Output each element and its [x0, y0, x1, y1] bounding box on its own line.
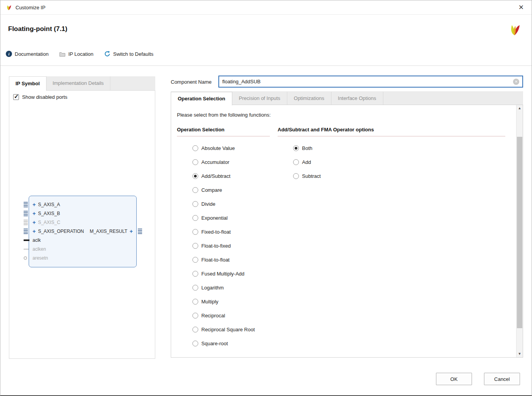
group-title: Operation Selection [177, 127, 270, 136]
expand-plus-icon[interactable] [33, 202, 36, 207]
radio-label: Compare [201, 187, 222, 193]
port-pin-icon [24, 211, 28, 216]
clear-input-icon[interactable] [513, 79, 519, 85]
close-button[interactable]: × [515, 1, 528, 14]
ip-port[interactable]: M_AXIS_RESULT [90, 227, 133, 236]
main-tab[interactable]: Interface Options [331, 92, 383, 105]
operation-selection-group: Operation Selection Absolute Value Accum… [177, 127, 270, 350]
radio-label: Exponential [201, 215, 228, 221]
radio-label: Float-to-fixed [201, 243, 231, 249]
radio-label: Add [302, 159, 311, 165]
show-disabled-ports-label: Show disabled ports [22, 94, 67, 100]
main-tab[interactable]: Operation Selection [171, 92, 232, 105]
ip-symbol-block: S_AXIS_A S_AXIS_B S_AXIS_C [29, 196, 137, 267]
radio-icon [293, 145, 299, 151]
vertical-scrollbar[interactable] [516, 105, 523, 357]
left-tab[interactable]: Implementation Details [46, 76, 110, 90]
expand-plus-icon[interactable] [33, 229, 36, 234]
main-tab[interactable]: Optimizations [287, 92, 331, 105]
radio-label: Fused Multiply-Add [201, 271, 244, 277]
radio-icon [192, 159, 198, 165]
radio-option[interactable]: Subtract [278, 169, 505, 183]
ip-port[interactable]: S_AXIS_B [29, 209, 136, 218]
radio-option[interactable]: Square-root [177, 336, 270, 350]
scroll-down-arrow[interactable] [517, 351, 523, 357]
expand-plus-icon[interactable] [33, 220, 36, 225]
radio-option[interactable]: Float-to-fixed [177, 239, 270, 253]
expand-plus-icon[interactable] [130, 229, 133, 234]
ip-port[interactable]: aclk [29, 236, 136, 244]
radio-option[interactable]: Add [278, 155, 505, 169]
scroll-up-arrow[interactable] [517, 105, 523, 112]
radio-option[interactable]: Logarithm [177, 281, 270, 294]
switch-to-defaults-button[interactable]: Switch to Defaults [104, 51, 153, 57]
expand-plus-icon[interactable] [33, 211, 36, 216]
main-tab-label: Optimizations [294, 95, 324, 101]
ok-button[interactable]: OK [436, 373, 472, 385]
checkbox-checked-icon [13, 94, 19, 100]
radio-icon [192, 243, 198, 249]
port-pin-icon [138, 229, 142, 234]
radio-label: Both [302, 145, 312, 151]
left-tab-label: IP Symbol [15, 81, 40, 86]
ip-port[interactable]: S_AXIS_C [29, 218, 136, 227]
radio-label: Accumulator [201, 159, 229, 165]
main-tab[interactable]: Precision of Inputs [232, 92, 287, 105]
radio-label: Reciprocal [201, 313, 225, 319]
radio-option[interactable]: Compare [177, 183, 270, 197]
group-title: Add/Subtract and FMA Operator options [278, 127, 505, 136]
operation-selection-panel: Please select from the following functio… [171, 105, 523, 358]
toolbar-separator [0, 65, 532, 66]
fma-operator-group: Add/Subtract and FMA Operator options Bo… [278, 127, 505, 350]
radio-option[interactable]: Both [278, 141, 505, 155]
ip-port[interactable]: S_AXIS_A [29, 200, 136, 209]
radio-option[interactable]: Add/Subtract [177, 169, 270, 183]
port-label: S_AXIS_OPERATION [38, 229, 84, 234]
port-pin-icon [24, 202, 28, 207]
radio-icon [192, 187, 198, 193]
ip-title: Floating-point (7.1) [8, 25, 67, 33]
radio-icon [192, 145, 198, 151]
radio-option[interactable]: Fixed-to-float [177, 225, 270, 239]
documentation-button[interactable]: i Documentation [6, 51, 48, 57]
fma-options-list: Both Add Subtract [278, 141, 505, 183]
radio-icon [293, 173, 299, 179]
ip-location-label: IP Location [68, 51, 93, 57]
cancel-button[interactable]: Cancel [484, 373, 520, 385]
radio-option[interactable]: Float-to-float [177, 253, 270, 267]
documentation-label: Documentation [15, 51, 48, 57]
titlebar: Customize IP × [0, 0, 532, 15]
component-name-label: Component Name [171, 76, 212, 88]
port-pin-icon [24, 220, 28, 225]
port-label: aclken [33, 246, 46, 252]
toolbar: i Documentation IP Location Switch to De… [6, 51, 153, 57]
radio-label: Fixed-to-float [201, 229, 231, 235]
ip-port[interactable]: aresetn [29, 253, 136, 262]
ip-location-button[interactable]: IP Location [59, 51, 93, 57]
radio-icon [192, 229, 198, 235]
radio-icon [192, 327, 198, 332]
radio-option[interactable]: Absolute Value [177, 141, 270, 155]
show-disabled-ports-checkbox[interactable]: Show disabled ports [9, 91, 155, 103]
radio-option[interactable]: Reciprocal [177, 308, 270, 322]
radio-option[interactable]: Fused Multiply-Add [177, 267, 270, 281]
main-tab-strip: Operation Selection Precision of Inputs … [171, 91, 523, 105]
info-icon: i [6, 51, 12, 57]
radio-option[interactable]: Multiply [177, 294, 270, 308]
main-tab-label: Interface Options [338, 95, 376, 101]
port-label: aresetn [33, 255, 48, 261]
intro-text: Please select from the following functio… [177, 112, 271, 118]
ip-port[interactable]: aclken [29, 244, 136, 253]
radio-icon [192, 271, 198, 277]
radio-option[interactable]: Exponential [177, 211, 270, 225]
component-name-input[interactable]: floating_AddSUB [218, 76, 523, 88]
radio-icon [192, 201, 198, 207]
scroll-thumb[interactable] [517, 137, 522, 328]
left-tab[interactable]: IP Symbol [9, 76, 46, 91]
radio-option[interactable]: Accumulator [177, 155, 270, 169]
radio-option[interactable]: Reciprocal Square Root [177, 322, 270, 336]
radio-option[interactable]: Divide [177, 197, 270, 211]
switch-to-defaults-label: Switch to Defaults [113, 51, 153, 57]
main-tab-label: Operation Selection [178, 96, 225, 102]
main-tab-label: Precision of Inputs [239, 95, 280, 101]
